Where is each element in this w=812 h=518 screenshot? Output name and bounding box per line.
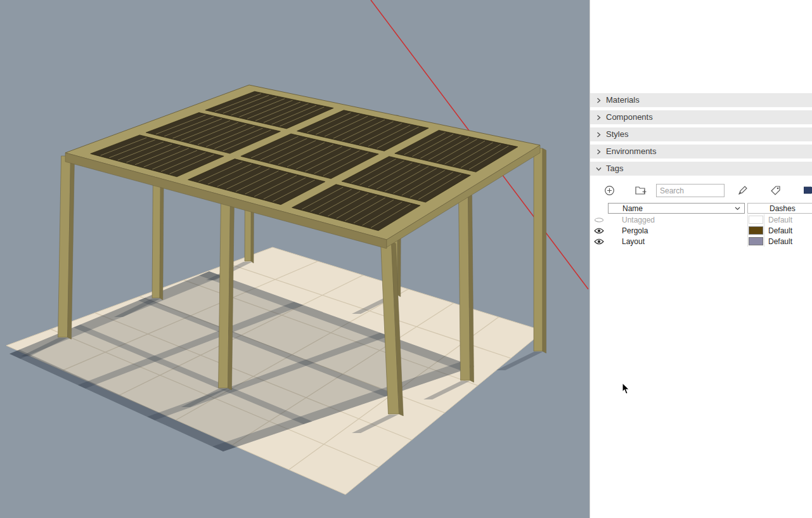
chevron-right-icon [596, 115, 602, 120]
tag-icon [770, 185, 781, 195]
purge-icon [804, 185, 812, 195]
section-label: Tags [606, 162, 623, 176]
tray-section-environments[interactable]: Environments [590, 145, 812, 159]
tag-search-input[interactable] [656, 184, 725, 197]
tray-section-materials[interactable]: Materials [590, 93, 812, 107]
section-label: Styles [606, 127, 628, 141]
tag-color-cell[interactable] [747, 214, 764, 225]
name-column-header[interactable]: Name [608, 203, 745, 214]
tag-dashes[interactable]: Default [764, 226, 812, 235]
tag-tool-button[interactable] [770, 185, 781, 195]
tray-section-tags[interactable]: Tags [590, 162, 812, 176]
tag-color-cell[interactable] [747, 225, 764, 236]
tray-empty-area [590, 0, 812, 93]
section-label: Environments [606, 145, 656, 159]
tags-table-header: Name Dashes [590, 202, 812, 214]
pencil-icon [738, 185, 748, 195]
tag-row-layout: Layout Default [590, 236, 812, 247]
pergola-scene [0, 0, 590, 518]
eye-icon [594, 228, 604, 234]
chevron-right-icon [596, 132, 602, 138]
chevron-down-icon [735, 207, 740, 210]
right-tray-panel: Materials Components Styles Environments… [590, 0, 812, 518]
tag-name[interactable]: Untagged [608, 216, 745, 224]
tag-row-untagged: Untagged Default [590, 214, 812, 225]
add-tag-folder-button[interactable] [635, 185, 647, 195]
dashes-column-label: Dashes [770, 204, 796, 213]
add-tag-button[interactable] [604, 185, 615, 196]
sketchup-window: Materials Components Styles Environments… [0, 0, 812, 518]
tags-table: Name Dashes Untagged Default [590, 202, 812, 247]
tag-row-pergola: Pergola Default [590, 225, 812, 236]
tag-dashes[interactable]: Default [764, 237, 812, 246]
dashes-column-header[interactable]: Dashes [747, 203, 812, 214]
visibility-toggle[interactable] [590, 217, 608, 223]
tags-panel: Name Dashes Untagged Default [590, 179, 812, 247]
circle-plus-icon [604, 185, 615, 196]
eye-closed-icon [594, 217, 604, 223]
tag-name[interactable]: Layout [608, 237, 745, 246]
name-column-label: Name [622, 204, 643, 213]
tag-dashes[interactable]: Default [764, 216, 812, 224]
details-menu-button[interactable] [804, 185, 812, 195]
visibility-toggle[interactable] [590, 228, 608, 234]
tag-color-swatch [749, 216, 763, 224]
folder-plus-icon [635, 185, 647, 195]
tag-name[interactable]: Pergola [608, 226, 745, 235]
tray-section-components[interactable]: Components [590, 110, 812, 124]
tray-section-styles[interactable]: Styles [590, 127, 812, 141]
chevron-down-icon [596, 166, 602, 172]
eye-icon [594, 238, 604, 245]
edit-pencil-button[interactable] [738, 185, 748, 195]
chevron-right-icon [596, 98, 602, 103]
tags-toolbar [590, 181, 812, 200]
section-label: Components [606, 110, 653, 124]
tag-color-swatch [749, 226, 763, 235]
tag-color-cell[interactable] [747, 236, 764, 247]
tag-color-swatch [749, 237, 763, 245]
chevron-right-icon [596, 149, 602, 155]
visibility-toggle[interactable] [590, 238, 608, 245]
section-label: Materials [606, 93, 640, 107]
3d-viewport[interactable] [0, 0, 590, 518]
